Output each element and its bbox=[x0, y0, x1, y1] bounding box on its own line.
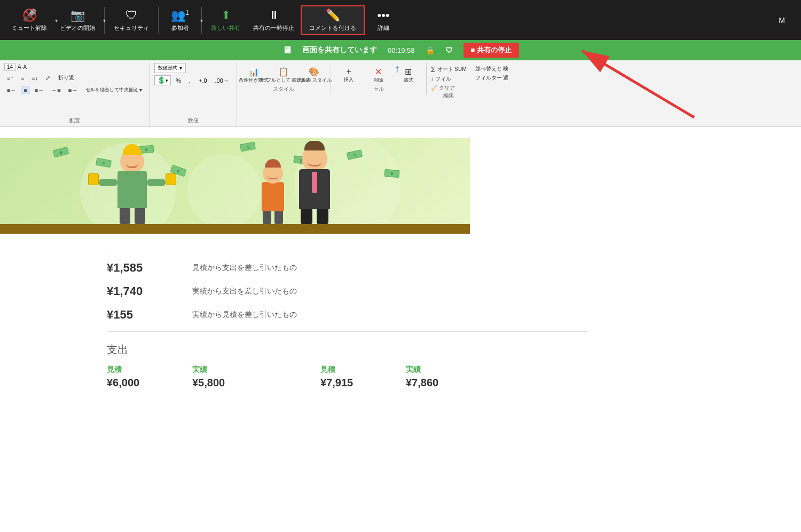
autosum-button[interactable]: Σ オート SUM bbox=[431, 65, 467, 74]
col-1-value: ¥6,000 bbox=[107, 377, 171, 389]
ribbon-alignment-section: 14 A A ≡↑ ≡ ≡↓ ⤢ 折り返 ≡← ≡ ≡→ ←≡ ≡→ セルを結合… bbox=[0, 63, 150, 126]
clear-button[interactable]: 🧹 クリア bbox=[431, 84, 467, 92]
percent-button[interactable]: % bbox=[172, 76, 184, 85]
angle-text-button[interactable]: ⤢ bbox=[43, 74, 53, 83]
delete-button[interactable]: ✕ 削除 bbox=[365, 65, 392, 85]
ribbon-edit-section: Σ オート SUM ↓ フィル 🧹 クリア 編集 bbox=[427, 63, 471, 101]
zoom-toolbar: 🎤🚫 ミュート解除 ▾ 📷 ビデオの開始 ▾ 🛡 セキュリティ 👥1 参加者 ▾… bbox=[0, 0, 801, 40]
dec-increase-button[interactable]: +.0 bbox=[195, 76, 210, 85]
align-right-button[interactable]: ≡→ bbox=[32, 86, 46, 94]
ribbon-cells-section: + 挿入 ✕ 削除 ↑ ⊞ 書式 セル bbox=[331, 63, 427, 95]
eraser-icon: 🧹 bbox=[431, 85, 439, 91]
ribbon-sortfind-section: 並べ替えと 検 フィルター 選 bbox=[471, 63, 513, 82]
header-image: $ $ $ $ $ $ $ $ bbox=[0, 138, 470, 234]
currency-style-button[interactable]: 💲 ▾ bbox=[154, 75, 171, 85]
shelf bbox=[0, 224, 470, 234]
stop-sharing-button[interactable]: ■ 共有の停止 bbox=[464, 43, 519, 58]
col-1-header: 見積 bbox=[107, 365, 171, 375]
filter-select-button[interactable]: フィルター 選 bbox=[475, 74, 509, 82]
section-divider-2 bbox=[107, 331, 587, 332]
align-mid-button[interactable]: ≡ bbox=[18, 74, 27, 82]
spreadsheet-content: $ $ $ $ $ $ $ $ bbox=[0, 122, 801, 532]
number-format-chevron[interactable]: ▾ bbox=[179, 65, 182, 71]
col-3: 見積 ¥7,915 bbox=[320, 365, 384, 389]
comment-button[interactable]: ✏️ コメントを付ける bbox=[301, 5, 365, 35]
comma-button[interactable]: , bbox=[186, 76, 194, 85]
format-as-table-button[interactable]: 📋 テーブルとして 書式設定 bbox=[269, 65, 299, 85]
col-3-value: ¥7,915 bbox=[320, 377, 384, 389]
lock-icon: 🔒 bbox=[426, 46, 435, 54]
toolbar-divider-2 bbox=[158, 7, 159, 34]
cell-styles-button[interactable]: 🎨 セルの スタイル bbox=[301, 65, 327, 85]
excel-ribbon: 14 A A ≡↑ ≡ ≡↓ ⤢ 折り返 ≡← ≡ ≡→ ←≡ ≡→ セルを結合… bbox=[0, 60, 801, 127]
section-divider-1 bbox=[107, 250, 587, 250]
font-size-input[interactable]: 14 bbox=[4, 63, 15, 71]
pause-share-button[interactable]: ⏸ 共有の一時停止 bbox=[247, 6, 301, 35]
fill-button[interactable]: ↓ フィル bbox=[431, 75, 467, 83]
security-button[interactable]: 🛡 セキュリティ bbox=[107, 6, 155, 35]
label-2: 実績から支出を差し引いたもの bbox=[192, 287, 297, 296]
insert-button[interactable]: + 挿入 bbox=[335, 65, 362, 85]
number-format-dropdown[interactable]: 数値形式 ▾ bbox=[154, 63, 186, 73]
col-4: 実績 ¥7,860 bbox=[406, 365, 470, 389]
label-1: 見積から支出を差し引いたもの bbox=[192, 263, 297, 273]
money-bill-8: $ bbox=[384, 169, 399, 178]
merge-chevron-icon[interactable]: ▾ bbox=[139, 87, 142, 93]
align-center-button[interactable]: ≡ bbox=[21, 86, 29, 94]
aim-region: M bbox=[779, 16, 785, 25]
col-2: 実績 ¥5,800 bbox=[192, 365, 256, 389]
merge-center-button[interactable]: セルを結合して中央揃え ▾ bbox=[82, 85, 145, 95]
character-child bbox=[262, 163, 284, 224]
dec-decrease-button[interactable]: .00→ bbox=[212, 76, 232, 85]
share-button[interactable]: ⬆ 新しい共有 bbox=[205, 6, 247, 35]
sort-filter-button[interactable]: 並べ替えと 検 bbox=[475, 65, 509, 73]
currency-icon: 💲 bbox=[157, 76, 166, 84]
section-title: 支出 bbox=[107, 343, 801, 357]
shield-icon-small: 🛡 bbox=[445, 46, 453, 54]
mute-button[interactable]: 🎤🚫 ミュート解除 ▾ bbox=[5, 6, 53, 35]
data-section: ¥1,585 見積から支出を差し引いたもの ¥1,740 実績から支出を差し引い… bbox=[0, 234, 801, 389]
font-decrease-button[interactable]: A bbox=[23, 64, 27, 70]
col-3-header: 見積 bbox=[320, 365, 384, 375]
character-left bbox=[117, 149, 147, 224]
currency-chevron[interactable]: ▾ bbox=[166, 78, 168, 83]
ribbon-styles-section: 📊 条件付き 書式 📋 テーブルとして 書式設定 🎨 セルの スタイル スタイル bbox=[237, 63, 331, 95]
col-4-header: 実績 bbox=[406, 365, 470, 375]
wrap-text-button[interactable]: 折り返 bbox=[55, 73, 77, 83]
money-bill-1: $ bbox=[53, 147, 69, 158]
col-2-value: ¥5,800 bbox=[192, 377, 256, 389]
col-4-value: ¥7,860 bbox=[406, 377, 470, 389]
video-button[interactable]: 📷 ビデオの開始 ▾ bbox=[53, 6, 101, 35]
indent-dec-button[interactable]: ←≡ bbox=[49, 86, 63, 94]
col-1: 見積 ¥6,000 bbox=[107, 365, 171, 389]
align-top-button[interactable]: ≡↑ bbox=[4, 74, 16, 82]
data-row-3: ¥155 実績から見積を差し引いたもの bbox=[107, 308, 801, 322]
participants-button[interactable]: 👥1 参加者 ▾ bbox=[161, 6, 199, 35]
align-bottom-button[interactable]: ≡↓ bbox=[29, 74, 41, 82]
ribbon-number-section: 数値形式 ▾ 💲 ▾ % , +.0 .00→ 数値 bbox=[150, 63, 237, 126]
character-right bbox=[299, 146, 330, 224]
align-left-button[interactable]: ≡← bbox=[4, 86, 19, 94]
label-3: 実績から見積を差し引いたもの bbox=[192, 310, 297, 320]
amount-2: ¥1,740 bbox=[107, 284, 192, 298]
bg-circle-2 bbox=[187, 154, 262, 228]
money-bill-5: $ bbox=[240, 142, 256, 152]
amount-3: ¥155 bbox=[107, 308, 192, 322]
font-increase-button[interactable]: A bbox=[17, 63, 21, 71]
share-banner: 🖥 画面を共有しています 00:19:58 🔒 🛡 ■ 共有の停止 bbox=[0, 40, 801, 60]
data-row-1: ¥1,585 見積から支出を差し引いたもの bbox=[107, 261, 801, 275]
table-header-row: 見積 ¥6,000 実績 ¥5,800 見積 ¥7,915 実績 ¥7,860 bbox=[107, 365, 801, 389]
indent-inc-button[interactable]: ≡→ bbox=[66, 86, 80, 94]
data-row-2: ¥1,740 実績から支出を差し引いたもの bbox=[107, 284, 801, 298]
blue-arrow-up: ↑ bbox=[395, 62, 400, 75]
amount-1: ¥1,585 bbox=[107, 261, 192, 275]
col-2-header: 実績 bbox=[192, 365, 256, 375]
fill-icon: ↓ bbox=[431, 76, 435, 82]
sigma-icon: Σ bbox=[431, 65, 436, 74]
more-button[interactable]: ••• 詳細 bbox=[365, 6, 402, 35]
monitor-icon: 🖥 bbox=[282, 45, 292, 56]
